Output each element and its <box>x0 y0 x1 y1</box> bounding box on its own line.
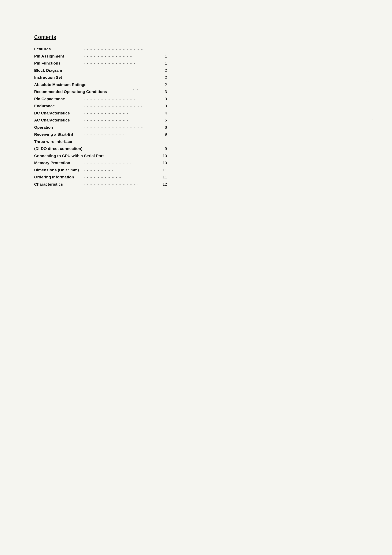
toc-label: Features <box>34 46 83 52</box>
toc-label: (DI-DO direct connection) <box>34 146 83 152</box>
toc-row: DC Characteristics······················… <box>34 110 167 116</box>
toc-label: AC Characteristics <box>34 117 83 123</box>
toc-label: Ordering Information <box>34 174 83 180</box>
toc-list: Features································… <box>34 46 167 187</box>
toc-row: Block Diagram···························… <box>34 67 167 73</box>
toc-label: Absolute Maximum Ratings <box>34 82 86 88</box>
toc-page: 3 <box>161 96 167 102</box>
page: · ·· · · · · · ·· · · · - - Contents Fea… <box>0 0 392 555</box>
toc-row: Three-wire Interface <box>34 139 167 145</box>
contents-heading: Contents <box>34 34 167 40</box>
corner-artifact-top: · ·· · · <box>353 11 362 14</box>
toc-page: 10 <box>161 153 167 159</box>
toc-row: Pin Assignment··························… <box>34 53 167 59</box>
toc-page: 3 <box>161 89 167 95</box>
toc-dots: ····································· <box>83 61 161 66</box>
corner-artifact-bottom: · ·· · · · <box>363 118 373 121</box>
toc-label: Operation <box>34 124 83 130</box>
toc-dots: ····································· <box>83 96 161 102</box>
toc-row: Endurance·······························… <box>34 103 167 109</box>
toc-label: Block Diagram <box>34 67 83 73</box>
toc-dots: ······················· <box>83 146 161 152</box>
toc-row: (DI-DO direct connection)···············… <box>34 146 167 152</box>
toc-dots: ··························· <box>83 175 161 180</box>
toc-row: Pin Capacitance·························… <box>34 96 167 102</box>
toc-label: Recommended Operationg Conditions <box>34 89 107 95</box>
toc-label: Endurance <box>34 103 83 109</box>
toc-row: Recommended Operationg Conditions·······… <box>34 89 167 95</box>
toc-page: 1 <box>161 53 167 59</box>
toc-page: 3 <box>161 103 167 109</box>
toc-label: Pin Functions <box>34 60 83 66</box>
toc-row: Receiving a Start-Bit···················… <box>34 131 167 138</box>
toc-page: 5 <box>161 117 167 123</box>
toc-dots: ································· <box>83 118 161 123</box>
toc-page: 2 <box>161 74 167 80</box>
toc-dots: ································· <box>83 111 161 116</box>
toc-row: Connecting to CPU with a Serial Port····… <box>34 153 167 159</box>
toc-label: Instruction Set <box>34 74 83 80</box>
toc-page: 12 <box>161 181 167 187</box>
toc-row: AC Characteristics······················… <box>34 117 167 123</box>
toc-label: Memory Protection <box>34 160 83 166</box>
toc-page: 1 <box>161 60 167 66</box>
toc-row: Dimensions (Unit : mm)··················… <box>34 167 167 173</box>
toc-page: 11 <box>161 174 167 180</box>
toc-page: 2 <box>161 82 167 88</box>
toc-dots: ········································… <box>83 46 161 52</box>
toc-dots: ······································· <box>83 182 161 187</box>
toc-row: Instruction Set·························… <box>34 74 167 80</box>
toc-dots: ···································· <box>83 75 161 80</box>
toc-label: DC Characteristics <box>34 110 83 116</box>
toc-page: 11 <box>161 167 167 173</box>
corner-artifact-mid: · · <box>366 80 369 82</box>
toc-label: Pin Capacitance <box>34 96 83 102</box>
toc-dots: ····················· <box>83 168 161 173</box>
toc-row: Characteristics·························… <box>34 181 167 187</box>
toc-label: Dimensions (Unit : mm) <box>34 167 83 173</box>
toc-page: 6 <box>161 124 167 130</box>
toc-dots: ····································· <box>83 68 161 73</box>
toc-row: Memory Protection·······················… <box>34 160 167 166</box>
toc-dots: ····························· <box>83 132 161 138</box>
toc-row: Features································… <box>34 46 167 52</box>
toc-page: 9 <box>161 146 167 152</box>
toc-label: Connecting to CPU with a Serial Port <box>34 153 104 159</box>
toc-page: 10 <box>161 160 167 166</box>
toc-dots: ········································… <box>83 103 161 109</box>
toc-label: Three-wire Interface <box>34 139 83 145</box>
toc-page: 4 <box>161 110 167 116</box>
toc-row: Operation·······························… <box>34 124 167 130</box>
toc-label: Characteristics <box>34 181 83 187</box>
toc-page: 2 <box>161 67 167 73</box>
toc-dots: ········································… <box>83 125 161 130</box>
toc-dots: ··················· <box>86 82 161 88</box>
content-area: Contents Features·······················… <box>34 34 167 188</box>
toc-label: Pin Assignment <box>34 53 83 59</box>
toc-page: 9 <box>161 131 167 138</box>
toc-row: Pin Functions···························… <box>34 60 167 66</box>
toc-page: 1 <box>161 46 167 52</box>
toc-dots: ······· <box>107 89 161 95</box>
toc-label: Receiving a Start-Bit <box>34 131 83 138</box>
toc-row: Ordering Information····················… <box>34 174 167 180</box>
toc-dots: ··········· <box>104 153 161 159</box>
toc-dots: ·································· <box>83 161 161 166</box>
toc-dots: ··································· <box>83 54 161 59</box>
toc-row: Absolute Maximum Ratings················… <box>34 82 167 88</box>
